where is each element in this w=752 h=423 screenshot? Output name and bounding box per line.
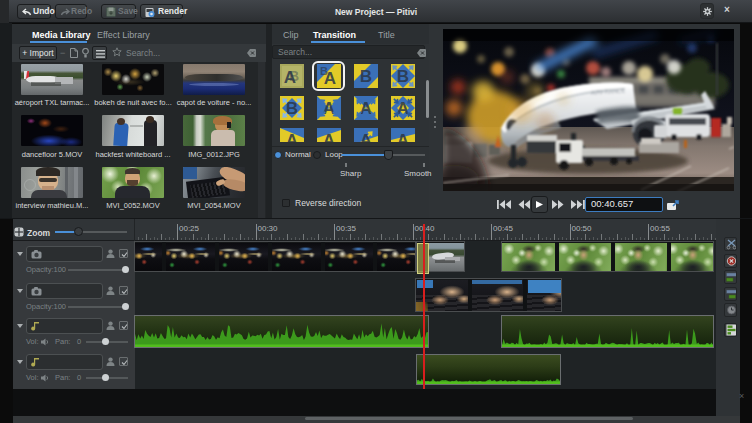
svg-text:B: B [360,67,372,86]
svg-text:A: A [323,131,335,142]
svg-text:B: B [286,99,298,118]
svg-text:B: B [397,67,409,86]
svg-text:A: A [286,131,298,142]
svg-text:B: B [289,68,299,84]
svg-text:A: A [397,99,409,118]
svg-text:A: A [360,99,372,118]
svg-text:A: A [397,131,409,142]
